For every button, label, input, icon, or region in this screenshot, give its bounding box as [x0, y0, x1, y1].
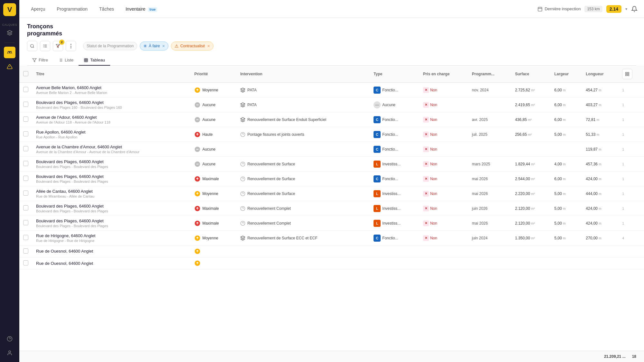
table-row[interactable]: Rue Apollon, 64600 Anglet Rue Apollon - …: [19, 127, 644, 142]
row-checkbox[interactable]: [23, 87, 28, 92]
nav-icon-help[interactable]: [4, 333, 15, 345]
table-row[interactable]: Avenue Belle Marion, 64600 Anglet Avenue…: [19, 83, 644, 97]
cell-title[interactable]: Avenue de l'Adour, 64600 Anglet Avenue d…: [32, 112, 190, 127]
bell-icon[interactable]: [631, 6, 638, 12]
row-checkbox[interactable]: [23, 248, 28, 254]
chip-afaire[interactable]: ✳ À faire ×: [140, 42, 168, 51]
cell-title[interactable]: Allée de Cantau, 64600 Anglet Rue de Mir…: [32, 186, 190, 201]
title-sub: Boulevard des Plages - Boulevard des Pla…: [36, 180, 186, 183]
cell-title[interactable]: Boulevard des Plages, 64600 Anglet Boule…: [32, 157, 190, 172]
cell-title[interactable]: Boulevard des Plages, 64600 Anglet Boule…: [32, 201, 190, 216]
col-priorite[interactable]: Priorité: [190, 66, 236, 83]
col-largeur[interactable]: Largeur: [551, 66, 582, 83]
tab-liste[interactable]: Liste: [53, 55, 79, 66]
cell-checkbox[interactable]: [19, 186, 32, 201]
table-row[interactable]: Avenue de l'Adour, 64600 Anglet Avenue d…: [19, 112, 644, 127]
svg-marker-37: [241, 88, 245, 90]
row-checkbox[interactable]: [23, 102, 28, 107]
row-checkbox[interactable]: [23, 190, 28, 196]
table-row[interactable]: Boulevard des Plages, 64600 Anglet Boule…: [19, 216, 644, 231]
cell-title[interactable]: Boulevard des Plages, 64600 Anglet Boule…: [32, 97, 190, 112]
cell-checkbox[interactable]: [19, 83, 32, 97]
cell-checkbox[interactable]: [19, 172, 32, 186]
svg-marker-72: [241, 236, 245, 238]
col-toggle[interactable]: [618, 66, 644, 83]
nav-inventaire[interactable]: Inventaire true: [120, 4, 162, 14]
nav-taches[interactable]: Tâches: [94, 4, 119, 14]
cell-checkbox[interactable]: [19, 127, 32, 142]
search-button[interactable]: [27, 41, 37, 51]
cell-title[interactable]: Avenue Belle Marion, 64600 Anglet Avenue…: [32, 83, 190, 97]
dropdown-arrow[interactable]: ▾: [625, 7, 627, 11]
x-icon: ✕: [423, 146, 429, 152]
cell-checkbox[interactable]: [19, 216, 32, 231]
nav-programmation[interactable]: Programmation: [52, 4, 93, 14]
tab-filtre[interactable]: Filtre: [27, 55, 53, 66]
cell-checkbox[interactable]: [19, 246, 32, 257]
non-text: Non: [430, 206, 437, 211]
filter-button[interactable]: 2: [53, 41, 63, 51]
logo[interactable]: V: [3, 3, 16, 16]
table-row[interactable]: Boulevard des Plages, 64600 Anglet Boule…: [19, 157, 644, 172]
cell-checkbox[interactable]: [19, 112, 32, 127]
table-row[interactable]: Allée de Cantau, 64600 Anglet Rue de Mir…: [19, 186, 644, 201]
col-pris-en-charge[interactable]: Pris en charge: [419, 66, 468, 83]
col-type[interactable]: Type: [370, 66, 419, 83]
cell-checkbox[interactable]: [19, 157, 32, 172]
cell-checkbox-last[interactable]: [19, 257, 32, 269]
nav-apercu[interactable]: Aperçu: [26, 4, 50, 14]
nav-icon-road[interactable]: [4, 47, 15, 58]
chip-afaire-close[interactable]: ×: [162, 43, 165, 49]
more-button[interactable]: ⋮: [66, 41, 76, 51]
chip-contractualise-close[interactable]: ×: [207, 43, 210, 49]
cell-title[interactable]: Boulevard des Plages, 64600 Anglet Boule…: [32, 216, 190, 231]
cell-checkbox[interactable]: [19, 201, 32, 216]
col-intervention[interactable]: Intervention: [236, 66, 370, 83]
table-row[interactable]: Boulevard des Plages, 64600 Anglet Boule…: [19, 172, 644, 186]
select-all-checkbox[interactable]: [23, 71, 28, 76]
x-icon: ✕: [423, 206, 429, 211]
cell-checkbox[interactable]: [19, 142, 32, 157]
row-checkbox[interactable]: [23, 220, 28, 225]
row-checkbox[interactable]: [23, 116, 28, 122]
cell-title[interactable]: Rue de Ouesnol, 64600 Anglet: [32, 246, 190, 257]
table-container[interactable]: Titre Priorité Intervention Type Pris en…: [19, 66, 644, 351]
table-row[interactable]: Rue de Ouesnol, 64600 Anglet: [19, 246, 644, 257]
nav-icon-user[interactable]: [4, 347, 15, 359]
table-row-partial[interactable]: Rue de Ouesnol, 64600 Anglet: [19, 257, 644, 269]
longueur-unit: m: [599, 207, 601, 210]
date-value: mai 2026: [472, 221, 488, 226]
row-checkbox[interactable]: [23, 146, 28, 151]
col-longueur[interactable]: Longueur: [582, 66, 618, 83]
type-text: Fonctio...: [382, 132, 398, 137]
col-surface[interactable]: Surface: [511, 66, 550, 83]
sort-button[interactable]: [40, 41, 50, 51]
cell-checkbox[interactable]: [19, 231, 32, 246]
priority-max-icon: [194, 205, 201, 212]
table-row[interactable]: Boulevard des Plages, 64600 Anglet Boule…: [19, 97, 644, 112]
table-row[interactable]: Rue de Hirigogne, 64600 Anglet Rue de Hi…: [19, 231, 644, 246]
row-checkbox[interactable]: [23, 205, 28, 210]
nav-icon-warning[interactable]: [4, 61, 15, 72]
cell-title[interactable]: Avenue de la Chambre d'Amour, 64600 Angl…: [32, 142, 190, 157]
layers-icon[interactable]: [4, 27, 15, 39]
chip-contractualise[interactable]: ⚠ Contractualisé ×: [171, 42, 213, 51]
row-checkbox[interactable]: [23, 131, 28, 136]
cell-title[interactable]: Rue de Hirigogne, 64600 Anglet Rue de Hi…: [32, 231, 190, 246]
table-row[interactable]: Avenue de la Chambre d'Amour, 64600 Angl…: [19, 142, 644, 157]
columns-toggle-button[interactable]: [622, 69, 632, 79]
row-checkbox[interactable]: [23, 235, 28, 240]
title-main: Rue de Hirigogne, 64600 Anglet: [36, 233, 186, 238]
row-checkbox[interactable]: [23, 176, 28, 181]
row-checkbox-last[interactable]: [23, 260, 28, 265]
col-programme[interactable]: Programm...: [468, 66, 511, 83]
cell-type: L Investiss...: [370, 216, 419, 231]
cell-title[interactable]: Boulevard des Plages, 64600 Anglet Boule…: [32, 172, 190, 186]
cell-title[interactable]: Rue Apollon, 64600 Anglet Rue Apollon - …: [32, 127, 190, 142]
cell-checkbox[interactable]: [19, 97, 32, 112]
row-checkbox[interactable]: [23, 161, 28, 166]
layers-icon: [240, 102, 245, 107]
tab-tableau[interactable]: Tableau: [79, 55, 110, 66]
table-row[interactable]: Boulevard des Plages, 64600 Anglet Boule…: [19, 201, 644, 216]
col-titre[interactable]: Titre: [32, 66, 190, 83]
